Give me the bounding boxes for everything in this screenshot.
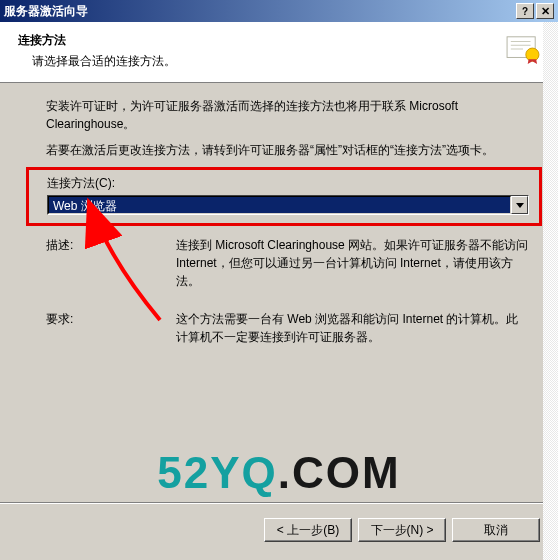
chevron-down-icon[interactable] [511,196,528,214]
back-button[interactable]: < 上一步(B) [264,518,352,542]
wizard-header-text: 连接方法 请选择最合适的连接方法。 [18,32,496,70]
highlight-box: 连接方法(C): Web 浏览器 [26,167,542,226]
intro-paragraph-1: 安装许可证时，为许可证服务器激活而选择的连接方法也将用于联系 Microsoft… [46,97,530,133]
certificate-icon [504,34,542,64]
watermark-part2: .COM [278,448,401,497]
wizard-buttons: < 上一步(B) 下一步(N) > 取消 [264,518,540,542]
titlebar-buttons: ? ✕ [516,3,554,19]
description-label: 描述: [46,236,176,290]
requirement-row: 要求: 这个方法需要一台有 Web 浏览器和能访问 Internet 的计算机。… [46,310,530,346]
watermark-part1: 52YQ [157,448,278,497]
titlebar: 服务器激活向导 ? ✕ [0,0,558,22]
requirement-label: 要求: [46,310,176,346]
next-button[interactable]: 下一步(N) > [358,518,446,542]
svg-point-4 [526,48,539,61]
page-title: 连接方法 [18,32,496,49]
wizard-body: 安装许可证时，为许可证服务器激活而选择的连接方法也将用于联系 Microsoft… [0,83,558,362]
help-button[interactable]: ? [516,3,534,19]
cancel-button[interactable]: 取消 [452,518,540,542]
scrollbar-track[interactable] [543,22,558,560]
description-value: 连接到 Microsoft Clearinghouse 网站。如果许可证服务器不… [176,236,530,290]
connect-method-combobox[interactable]: Web 浏览器 [47,195,529,215]
watermark: 52YQ.COM [157,448,400,498]
description-row: 描述: 连接到 Microsoft Clearinghouse 网站。如果许可证… [46,236,530,290]
right-border [543,22,558,560]
connect-method-label: 连接方法(C): [47,174,529,192]
window-title: 服务器激活向导 [4,3,516,20]
requirement-value: 这个方法需要一台有 Web 浏览器和能访问 Internet 的计算机。此计算机… [176,310,530,346]
wizard-header: 连接方法 请选择最合适的连接方法。 [0,22,558,83]
page-subtitle: 请选择最合适的连接方法。 [18,53,496,70]
footer-divider [0,502,558,504]
connect-method-value: Web 浏览器 [48,196,511,214]
close-button[interactable]: ✕ [536,3,554,19]
intro-paragraph-2: 若要在激活后更改连接方法，请转到许可证服务器“属性”对话框的“连接方法”选项卡。 [46,141,530,159]
